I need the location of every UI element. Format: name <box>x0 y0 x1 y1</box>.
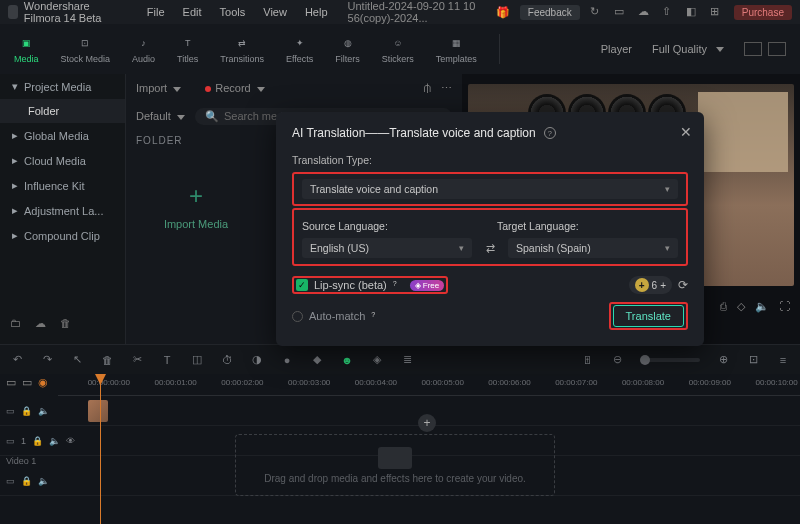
sidebar-item-folder[interactable]: Folder <box>0 99 125 123</box>
color-icon[interactable]: ◑ <box>250 353 264 367</box>
sidebar-item-cloud-media[interactable]: ▸Cloud Media <box>0 148 125 173</box>
drop-zone[interactable]: Drag and drop media and effects here to … <box>235 434 555 496</box>
track-options-icon[interactable]: ▭ <box>6 376 16 389</box>
swap-languages-button[interactable]: ⇄ <box>482 240 498 256</box>
keyframe-icon[interactable]: ◆ <box>310 353 324 367</box>
chevron-down-icon <box>716 47 724 52</box>
redo-icon[interactable]: ↷ <box>40 353 54 367</box>
tool-audio[interactable]: ♪Audio <box>132 35 155 64</box>
tool-templates[interactable]: ▦Templates <box>436 35 477 64</box>
new-folder-icon[interactable]: 🗀 <box>10 317 21 330</box>
track-toggle-icon[interactable]: ▭ <box>6 436 15 446</box>
crop-icon[interactable]: ◫ <box>190 353 204 367</box>
track-toggle-icon[interactable]: ▭ <box>6 406 15 416</box>
marker-icon[interactable]: ◇ <box>737 300 745 313</box>
quality-select[interactable]: Full Quality <box>652 43 724 55</box>
info-icon[interactable]: ? <box>544 127 556 139</box>
sidebar-item-project-media[interactable]: ▾Project Media <box>0 74 125 99</box>
translate-button[interactable]: Translate <box>613 305 684 327</box>
delete-icon[interactable]: 🗑 <box>100 353 114 367</box>
menu-edit[interactable]: Edit <box>183 6 202 18</box>
mix-icon[interactable]: 🎚 <box>580 353 594 367</box>
speed-icon[interactable]: ⏱ <box>220 353 234 367</box>
purchase-button[interactable]: Purchase <box>734 5 792 20</box>
import-media-slot[interactable]: + Import Media <box>136 161 256 251</box>
marker2-icon[interactable]: ◈ <box>370 353 384 367</box>
magnet-icon[interactable]: ◉ <box>38 376 48 389</box>
mute-icon[interactable]: 🔈 <box>38 476 49 486</box>
record-dropdown[interactable]: Record <box>205 82 265 94</box>
lock-icon[interactable]: 🔒 <box>32 436 43 446</box>
fit-icon[interactable]: ⊡ <box>746 353 760 367</box>
split-icon[interactable]: ✂ <box>130 353 144 367</box>
stickers-icon: ☺ <box>389 35 407 51</box>
tool-titles[interactable]: TTitles <box>177 35 198 64</box>
tool-stock-media[interactable]: ⊡Stock Media <box>61 35 111 64</box>
tool-effects[interactable]: ✦Effects <box>286 35 313 64</box>
track-overlay[interactable]: ▭🔒🔈 <box>0 396 800 426</box>
zoom-slider[interactable] <box>640 358 700 362</box>
sync-icon[interactable]: ↻ <box>590 5 604 19</box>
automatch-radio[interactable] <box>292 311 303 322</box>
ai-face-icon[interactable]: ☻ <box>340 353 354 367</box>
sidebar-item-global-media[interactable]: ▸Global Media <box>0 123 125 148</box>
info-icon[interactable]: ? <box>393 280 404 291</box>
gift-icon[interactable]: 🎁 <box>496 6 510 19</box>
more-icon[interactable]: ⋯ <box>441 82 452 95</box>
close-button[interactable]: ✕ <box>680 124 692 140</box>
trash-icon[interactable]: 🗑 <box>60 317 71 330</box>
target-language-select[interactable]: Spanish (Spain) ▾ <box>508 238 678 258</box>
upload-icon[interactable]: ⇧ <box>662 5 676 19</box>
volume-icon[interactable]: 🔈 <box>755 300 769 313</box>
time-ruler[interactable]: 00:00:00:00 00:00:01:00 00:00:02:00 00:0… <box>58 378 800 396</box>
sidebar-cloud-icon[interactable]: ☁ <box>35 317 46 330</box>
sort-dropdown[interactable]: Default <box>136 110 185 122</box>
feedback-button[interactable]: Feedback <box>520 5 580 20</box>
menu-help[interactable]: Help <box>305 6 328 18</box>
tool-media[interactable]: ▣Media <box>14 35 39 64</box>
titles-icon: T <box>179 35 197 51</box>
menu-view[interactable]: View <box>263 6 287 18</box>
import-dropdown[interactable]: Import <box>136 82 181 94</box>
tool-filters[interactable]: ◍Filters <box>335 35 360 64</box>
sidebar-item-adjustment-layer[interactable]: ▸Adjustment La... <box>0 198 125 223</box>
lipsync-checkbox[interactable]: ✓ Lip-sync (beta) ? ◈Free <box>296 279 444 291</box>
clip[interactable] <box>88 400 108 422</box>
zoom-in-icon[interactable]: ⊕ <box>716 353 730 367</box>
lock-icon[interactable]: 🔒 <box>21 476 32 486</box>
player-label[interactable]: Player <box>601 43 632 55</box>
mute-icon[interactable]: 🔈 <box>38 406 49 416</box>
window-icon[interactable]: ▭ <box>614 5 628 19</box>
undo-icon[interactable]: ↶ <box>10 353 24 367</box>
layout-a-icon[interactable] <box>744 42 762 56</box>
track-toggle-icon[interactable]: ▭ <box>6 476 15 486</box>
source-language-select[interactable]: English (US) ▾ <box>302 238 472 258</box>
notify-icon[interactable]: ◧ <box>686 5 700 19</box>
sidebar-item-compound-clip[interactable]: ▸Compound Clip <box>0 223 125 248</box>
layout-b-icon[interactable] <box>768 42 786 56</box>
pointer-icon[interactable]: ↖ <box>70 353 84 367</box>
add-track-button[interactable]: + <box>418 414 436 432</box>
menu-file[interactable]: File <box>147 6 165 18</box>
track-lock-icon[interactable]: ▭ <box>22 376 32 389</box>
lock-icon[interactable]: 🔒 <box>21 406 32 416</box>
tool-transitions[interactable]: ⇄Transitions <box>220 35 264 64</box>
record-tl-icon[interactable]: ● <box>280 353 294 367</box>
grid-icon[interactable]: ⊞ <box>710 5 724 19</box>
track-icon[interactable]: ≣ <box>400 353 414 367</box>
menu-tools[interactable]: Tools <box>220 6 246 18</box>
snapshot-icon[interactable]: ⎙ <box>720 300 727 312</box>
fullscreen-icon[interactable]: ⛶ <box>779 300 790 312</box>
translation-type-select[interactable]: Translate voice and caption ▾ <box>302 179 678 199</box>
zoom-out-icon[interactable]: ⊖ <box>610 353 624 367</box>
cloud-icon[interactable]: ☁ <box>638 5 652 19</box>
settings-icon[interactable]: ≡ <box>776 353 790 367</box>
tool-stickers[interactable]: ☺Stickers <box>382 35 414 64</box>
filter-icon[interactable]: ⫛ <box>422 82 433 95</box>
sidebar-item-influence-kit[interactable]: ▸Influence Kit <box>0 173 125 198</box>
playhead[interactable] <box>100 374 101 524</box>
refresh-icon[interactable]: ⟳ <box>678 278 688 292</box>
info-icon[interactable]: ? <box>371 311 382 322</box>
credits-badge[interactable]: + 6+ <box>629 276 672 294</box>
text-icon[interactable]: T <box>160 353 174 367</box>
